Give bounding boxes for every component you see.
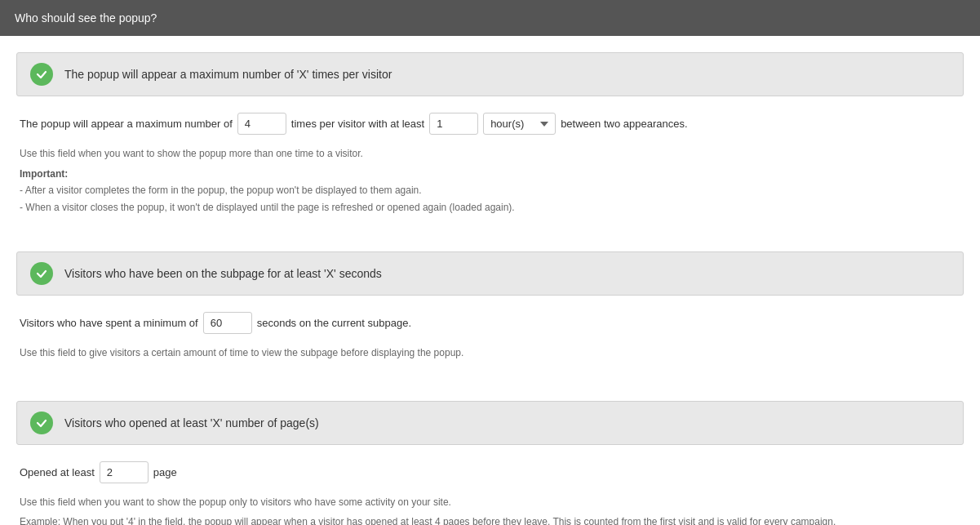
- section3-body: Opened at least page Use this field when…: [16, 461, 964, 525]
- section2-form: Visitors who have spent a minimum of sec…: [20, 312, 960, 334]
- section1-form-suffix: between two appearances.: [561, 118, 687, 130]
- section2-body: Visitors who have spent a minimum of sec…: [16, 312, 964, 385]
- section1-form-prefix: The popup will appear a maximum number o…: [20, 118, 233, 130]
- page-title: Who should see the popup?: [15, 11, 157, 24]
- section2-header: Visitors who have been on the subpage fo…: [16, 251, 964, 296]
- interval-unit-select[interactable]: hour(s) minute(s) day(s): [483, 113, 556, 135]
- section1-help-text: Use this field when you want to show the…: [20, 146, 960, 161]
- section1-header: The popup will appear a maximum number o…: [16, 52, 964, 96]
- pages-input[interactable]: [100, 461, 149, 483]
- page-header: Who should see the popup?: [0, 0, 980, 36]
- min-interval-input[interactable]: [429, 113, 478, 135]
- section2-wrapper: Visitors who have been on the subpage fo…: [16, 251, 964, 385]
- section2-form-suffix: seconds on the current subpage.: [257, 317, 411, 329]
- section3-check-icon: [30, 412, 53, 434]
- section3-form: Opened at least page: [20, 461, 960, 483]
- section3-example-text: Example: When you put '4' in the field, …: [20, 514, 960, 525]
- section2-check-icon: [30, 262, 53, 285]
- section1-important-line1: - After a visitor completes the form in …: [20, 185, 422, 196]
- section1-body: The popup will appear a maximum number o…: [16, 113, 964, 235]
- section1-check-icon: [30, 63, 53, 86]
- section3-wrapper: Visitors who opened at least 'X' number …: [16, 401, 964, 525]
- section3-form-prefix: Opened at least: [20, 466, 95, 478]
- section1-header-label: The popup will appear a maximum number o…: [64, 68, 392, 81]
- section1-wrapper: The popup will appear a maximum number o…: [16, 52, 964, 235]
- section1-form-middle: times per visitor with at least: [291, 118, 424, 130]
- seconds-input[interactable]: [203, 312, 252, 334]
- section2-help-text: Use this field to give visitors a certai…: [20, 345, 960, 360]
- max-times-input[interactable]: [237, 113, 286, 135]
- section2-form-prefix: Visitors who have spent a minimum of: [20, 317, 198, 329]
- section1-important-line2: - When a visitor closes the popup, it wo…: [20, 202, 515, 213]
- section3-header: Visitors who opened at least 'X' number …: [16, 401, 964, 445]
- section1-important: Important: - After a visitor completes t…: [20, 166, 960, 216]
- section3-header-label: Visitors who opened at least 'X' number …: [64, 416, 319, 429]
- section2-header-label: Visitors who have been on the subpage fo…: [64, 267, 382, 280]
- section1-important-label: Important:: [20, 168, 68, 180]
- section3-form-suffix: page: [153, 466, 177, 478]
- section1-form: The popup will appear a maximum number o…: [20, 113, 960, 135]
- section3-help-text: Use this field when you want to show the…: [20, 495, 960, 509]
